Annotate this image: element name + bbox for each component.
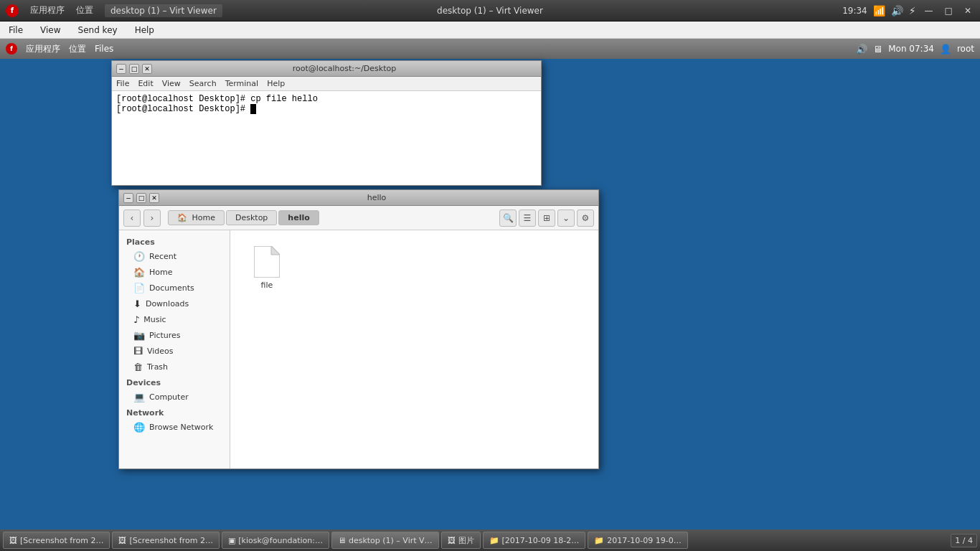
sidebar-item-trash-label: Trash [147, 362, 168, 372]
term-close-btn[interactable]: ✕ [142, 64, 152, 74]
sidebar-item-music[interactable]: ♪ Music [122, 312, 227, 327]
date1-icon: 📁 [489, 536, 499, 545]
host-taskbar-kiosk[interactable]: ▣ [kiosk@foundation:… [222, 532, 329, 549]
term-menu-help[interactable]: Help [267, 79, 285, 88]
date2-label: 2017-10-09 19-0… [607, 536, 681, 545]
volume-icon: 🔊 [891, 5, 903, 17]
term-menu-view[interactable]: View [162, 79, 181, 88]
outer-time: 19:34 [842, 6, 867, 16]
guest-panel-right: 🔊 🖥 Mon 07:34 👤 root [856, 44, 974, 55]
sidebar-item-trash[interactable]: 🗑 Trash [122, 359, 227, 375]
home-bc-icon: 🏠 [177, 213, 187, 222]
close-btn[interactable]: ✕ [961, 6, 974, 16]
fm-content: file [230, 230, 598, 468]
computer-icon: 💻 [133, 392, 145, 402]
term-menu-file[interactable]: File [116, 79, 129, 88]
host-taskbar-virt-viewer[interactable]: 🖥 desktop (1) – Virt V… [331, 532, 439, 549]
sidebar-item-browse-network-label: Browse Network [149, 423, 213, 432]
recent-icon: 🕐 [133, 251, 145, 262]
guest-screen-icon: 🖥 [873, 44, 882, 55]
sidebar-item-home-label: Home [149, 268, 172, 277]
term-line2: [root@localhost Desktop]# [116, 104, 537, 114]
fm-toolbar-right: 🔍 ☰ ⊞ ⌄ ⚙ [499, 209, 594, 227]
outer-menubar: File View Send key Help [0, 22, 980, 39]
term-cursor [250, 104, 256, 114]
fm-search-btn[interactable]: 🔍 [499, 209, 517, 227]
places-menu-btn[interactable]: 位置 [76, 4, 93, 17]
term-menu-terminal[interactable]: Terminal [225, 79, 259, 88]
sidebar-item-home[interactable]: 🏠 Home [122, 265, 227, 280]
fm-controls: − □ ✕ [123, 193, 159, 203]
guest-panel: f 应用程序 位置 Files 🔊 🖥 Mon 07:34 👤 root [0, 39, 980, 59]
sidebar-item-documents[interactable]: 📄 Documents [122, 281, 227, 296]
guest-root-icon: 👤 [940, 44, 951, 55]
fm-forward-btn[interactable]: › [143, 209, 161, 227]
host-taskbar-right: 1 / 4 [951, 534, 977, 547]
fm-network-header: Network [119, 405, 230, 419]
term-menu-search[interactable]: Search [189, 79, 217, 88]
guest-places-btn[interactable]: 位置 [69, 43, 86, 55]
term-menubar: File Edit View Search Terminal Help [112, 77, 541, 91]
sidebar-item-downloads[interactable]: ⬇ Downloads [122, 296, 227, 311]
fm-sort-btn[interactable]: ⌄ [557, 209, 575, 227]
guest-time: Mon 07:34 [888, 44, 934, 54]
picture-icon: 🖼 [448, 536, 456, 545]
sidebar-item-documents-label: Documents [149, 283, 194, 293]
picture-label: 图片 [458, 535, 474, 546]
fm-breadcrumb-hello[interactable]: hello [278, 210, 319, 225]
sidebar-item-recent-label: Recent [149, 252, 176, 261]
menu-sendkey[interactable]: Send key [75, 24, 121, 37]
fm-grid-view-btn[interactable]: ⊞ [538, 209, 555, 227]
music-icon: ♪ [133, 314, 139, 325]
fm-close-btn[interactable]: ✕ [149, 193, 159, 203]
term-minimize-btn[interactable]: − [116, 64, 126, 74]
guest-apps-btn[interactable]: 应用程序 [26, 43, 60, 55]
host-taskbar-date2[interactable]: 📁 2017-10-09 19-0… [588, 532, 687, 549]
term-line1: [root@localhost Desktop]# cp file hello [116, 94, 537, 104]
fm-title: hello [159, 193, 594, 202]
term-body[interactable]: [root@localhost Desktop]# cp file hello … [112, 91, 541, 185]
sidebar-item-recent[interactable]: 🕐 Recent [122, 249, 227, 264]
sidebar-item-downloads-label: Downloads [146, 299, 189, 309]
fm-file-icon-file [253, 245, 281, 279]
host-taskbar-date1[interactable]: 📁 [2017-10-09 18-2… [483, 532, 586, 549]
host-taskbar-screenshot1[interactable]: 🖼 [Screenshot from 2… [3, 532, 110, 549]
fm-toolbar: ‹ › 🏠 Home Desktop hello 🔍 ☰ ⊞ ⌄ ⚙ [119, 206, 598, 230]
fm-minimize-btn[interactable]: − [123, 193, 133, 203]
sidebar-item-computer[interactable]: 💻 Computer [122, 390, 227, 405]
minimize-btn[interactable]: — [922, 6, 936, 16]
kiosk-icon: ▣ [228, 536, 235, 545]
pictures-icon: 📷 [133, 330, 145, 341]
downloads-icon: ⬇ [133, 298, 141, 309]
fm-breadcrumb-desktop[interactable]: Desktop [226, 210, 277, 225]
menu-help[interactable]: Help [132, 24, 157, 37]
virt-viewer-icon: 🖥 [338, 536, 346, 545]
app-menu-btn[interactable]: 应用程序 [30, 4, 65, 17]
fm-maximize-btn[interactable]: □ [136, 193, 146, 203]
fm-list-view-btn[interactable]: ☰ [519, 209, 536, 227]
fm-back-btn[interactable]: ‹ [123, 209, 141, 227]
sidebar-item-pictures-label: Pictures [149, 331, 181, 340]
fm-sidebar: Places 🕐 Recent 🏠 Home 📄 Documents ⬇ Dow… [119, 230, 230, 468]
sidebar-item-videos[interactable]: 🎞 Videos [122, 344, 227, 359]
files-tab-btn[interactable]: desktop (1) – Virt Viewer [105, 4, 222, 17]
term-controls: − □ ✕ [116, 64, 152, 74]
host-taskbar-picture[interactable]: 🖼 图片 [441, 532, 481, 549]
term-maximize-btn[interactable]: □ [129, 64, 139, 74]
guest-files-btn[interactable]: Files [95, 44, 113, 54]
wifi-icon: 📶 [873, 5, 885, 17]
sidebar-item-browse-network[interactable]: 🌐 Browse Network [122, 420, 227, 435]
network-icon: 🌐 [133, 422, 145, 433]
menu-file[interactable]: File [6, 24, 26, 37]
maximize-btn[interactable]: □ [942, 6, 956, 16]
host-taskbar-screenshot2[interactable]: 🖼 [Screenshot from 2… [112, 532, 219, 549]
fm-settings-btn[interactable]: ⚙ [577, 209, 594, 227]
fm-breadcrumb-home[interactable]: 🏠 Home [168, 210, 225, 225]
sidebar-item-videos-label: Videos [147, 347, 174, 356]
screenshot1-label: [Screenshot from 2… [20, 536, 103, 545]
sidebar-item-pictures[interactable]: 📷 Pictures [122, 328, 227, 343]
fm-file-item-file[interactable]: file [242, 242, 292, 293]
outer-window-title: desktop (1) – Virt Viewer [437, 6, 543, 16]
menu-view[interactable]: View [37, 24, 63, 37]
term-menu-edit[interactable]: Edit [138, 79, 153, 88]
